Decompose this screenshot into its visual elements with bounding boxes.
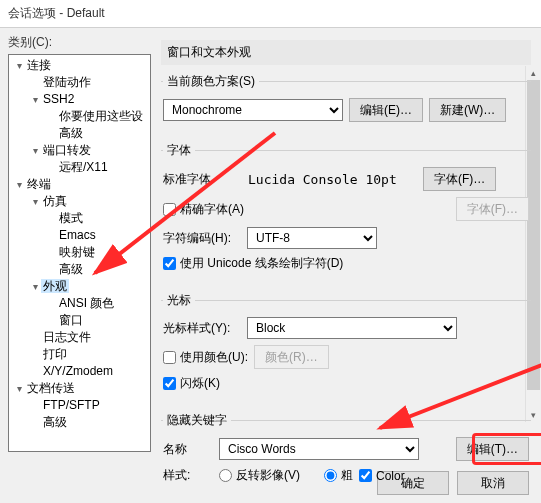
tree-ssh2[interactable]: ▾SSH2 你要使用这些设 高级 — [29, 91, 150, 142]
category-tree[interactable]: ▾连接 登陆动作 ▾SSH2 你要使用这些设 高级 ▾端口转发 远程/X11 — [8, 54, 151, 452]
tree-terminal[interactable]: ▾终端 ▾仿真 模式 Emacs 映射键 高级 ▾外观 — [13, 176, 150, 380]
font-group: 字体 标准字体 Lucida Console 10pt 字体(F)… 精确字体(… — [161, 142, 531, 286]
color-checkbox[interactable]: Color — [359, 469, 405, 483]
cursor-style-label: 光标样式(Y): — [163, 320, 241, 337]
right-pane: 窗口和文本外观 当前颜色方案(S) Monochrome 编辑(E)… 新建(W… — [155, 28, 541, 463]
hidden-edit-button[interactable]: 编辑(T)… — [456, 437, 529, 461]
std-font-display: Lucida Console 10pt — [247, 169, 417, 190]
tree-portfwd[interactable]: ▾端口转发 远程/X11 — [29, 142, 150, 176]
scheme-legend: 当前颜色方案(S) — [163, 73, 259, 90]
std-font-label: 标准字体 — [163, 171, 241, 188]
tree-appearance[interactable]: ▾外观 ANSI 颜色 窗口 — [29, 278, 150, 329]
tree-emulation[interactable]: ▾仿真 模式 Emacs 映射键 高级 — [29, 193, 150, 278]
tree-mapkeys[interactable]: 映射键 — [45, 244, 150, 261]
scheme-edit-button[interactable]: 编辑(E)… — [349, 98, 423, 122]
encoding-label: 字符编码(H): — [163, 230, 241, 247]
tree-ansi[interactable]: ANSI 颜色 — [45, 295, 150, 312]
category-label: 类别(C): — [8, 34, 151, 51]
encoding-select[interactable]: UTF-8 — [247, 227, 377, 249]
hidden-style-label: 样式: — [163, 467, 213, 484]
tree-emacs[interactable]: Emacs — [45, 227, 150, 244]
tree-login[interactable]: 登陆动作 — [29, 74, 150, 91]
cursor-legend: 光标 — [163, 292, 195, 309]
tree-xyz[interactable]: X/Y/Zmodem — [29, 363, 150, 380]
hidden-keyword-group: 隐藏关键字 名称 Cisco Words 编辑(T)… 样式: 反转影像(V) … — [161, 412, 531, 498]
font-button[interactable]: 字体(F)… — [423, 167, 496, 191]
tree-ftp[interactable]: FTP/SFTP — [29, 397, 150, 414]
unicode-checkbox[interactable]: 使用 Unicode 线条绘制字符(D) — [163, 255, 343, 272]
cursor-color-button: 颜色(R)… — [254, 345, 329, 369]
hidden-legend: 隐藏关键字 — [163, 412, 231, 429]
tree-remote[interactable]: 远程/X11 — [45, 159, 150, 176]
cursor-color-checkbox[interactable]: 使用颜色(U): — [163, 349, 248, 366]
tree-ssh2-sub[interactable]: 你要使用这些设 — [45, 108, 150, 125]
tree-mode[interactable]: 模式 — [45, 210, 150, 227]
bold-radio[interactable]: 粗 — [324, 467, 353, 484]
font-button-disabled: 字体(F)… — [456, 197, 529, 221]
hidden-name-label: 名称 — [163, 441, 213, 458]
hidden-name-select[interactable]: Cisco Words — [219, 438, 419, 460]
cursor-style-select[interactable]: Block — [247, 317, 457, 339]
tree-log[interactable]: 日志文件 — [29, 329, 150, 346]
tree-advanced3[interactable]: 高级 — [29, 414, 150, 431]
font-legend: 字体 — [163, 142, 195, 159]
precise-font-checkbox[interactable]: 精确字体(A) — [163, 201, 244, 218]
color-scheme-group: 当前颜色方案(S) Monochrome 编辑(E)… 新建(W)… — [161, 73, 531, 136]
scheme-new-button[interactable]: 新建(W)… — [429, 98, 506, 122]
window-title: 会话选项 - Default — [8, 5, 105, 22]
panel-title: 窗口和文本外观 — [161, 40, 531, 65]
left-pane: 类别(C): ▾连接 登陆动作 ▾SSH2 你要使用这些设 高级 — [0, 28, 155, 463]
scheme-select[interactable]: Monochrome — [163, 99, 343, 121]
main-container: 类别(C): ▾连接 登陆动作 ▾SSH2 你要使用这些设 高级 — [0, 28, 541, 463]
window-titlebar: 会话选项 - Default — [0, 0, 541, 28]
tree-connect[interactable]: ▾连接 登陆动作 ▾SSH2 你要使用这些设 高级 ▾端口转发 远程/X11 — [13, 57, 150, 176]
invert-radio[interactable]: 反转影像(V) — [219, 467, 300, 484]
cursor-group: 光标 光标样式(Y): Block 使用颜色(U): 颜色(R)… 闪烁(K) — [161, 292, 531, 406]
cursor-blink-checkbox[interactable]: 闪烁(K) — [163, 375, 220, 392]
tree-filetransfer[interactable]: ▾文档传送 FTP/SFTP 高级 — [13, 380, 150, 431]
tree-window[interactable]: 窗口 — [45, 312, 150, 329]
tree-advanced1[interactable]: 高级 — [45, 125, 150, 142]
tree-print[interactable]: 打印 — [29, 346, 150, 363]
tree-advanced2[interactable]: 高级 — [45, 261, 150, 278]
